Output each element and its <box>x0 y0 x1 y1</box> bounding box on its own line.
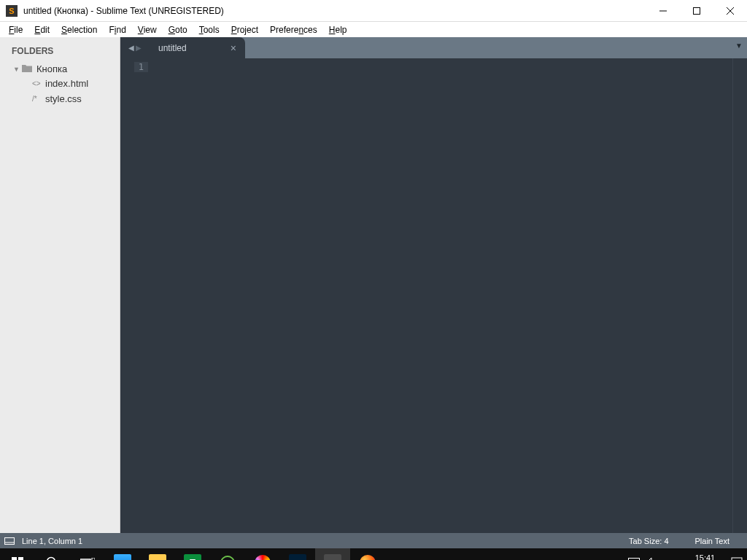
windows-taskbar: E Ps S РУС 15:41 01.10.2018 <box>0 548 747 560</box>
sidebar-header: FOLDERS <box>0 43 120 62</box>
menu-tools[interactable]: Tools <box>193 25 225 35</box>
taskbar-app-sublime[interactable]: S <box>315 548 350 560</box>
tray-volume-icon[interactable] <box>646 557 657 560</box>
menu-project[interactable]: Project <box>225 25 264 35</box>
tab-overflow-icon[interactable]: ▼ <box>735 42 743 50</box>
tray-notifications-icon[interactable] <box>731 557 743 560</box>
status-syntax[interactable]: Plain Text <box>682 537 743 545</box>
window-title: untitled (Кнопка) - Sublime Text (UNREGI… <box>23 6 646 16</box>
sidebar-folder[interactable]: ▼ Кнопка <box>0 62 120 76</box>
search-button[interactable] <box>35 548 70 560</box>
tab-prev-icon[interactable]: ◀ <box>128 44 134 52</box>
css-file-icon: /* <box>32 95 45 103</box>
menu-selection[interactable]: Selection <box>55 25 103 35</box>
menu-file[interactable]: File <box>3 25 28 35</box>
menu-preferences[interactable]: Preferences <box>264 25 323 35</box>
folder-label: Кнопка <box>36 63 67 74</box>
maximize-button[interactable] <box>680 0 713 22</box>
file-label: index.html <box>45 78 88 89</box>
menu-find[interactable]: Find <box>103 25 131 35</box>
status-tab-size[interactable]: Tab Size: 4 <box>616 537 681 545</box>
statusbar: Line 1, Column 1 Tab Size: 4 Plain Text <box>0 533 747 548</box>
line-number: 1 <box>134 62 148 72</box>
menu-edit[interactable]: Edit <box>28 25 55 35</box>
status-position[interactable]: Line 1, Column 1 <box>18 537 616 545</box>
tab-next-icon[interactable]: ▶ <box>136 44 142 52</box>
window-titlebar: S untitled (Кнопка) - Sublime Text (UNRE… <box>0 0 747 22</box>
editor-area: ◀ ▶ untitled × ▼ 1 <box>120 37 747 533</box>
taskbar-app-desktop[interactable] <box>105 548 140 560</box>
menubar: File Edit Selection Find View Goto Tools… <box>0 22 747 37</box>
tabbar: ◀ ▶ untitled × ▼ <box>120 37 747 58</box>
tab-label: untitled <box>158 43 187 53</box>
tab-nav-arrows: ◀ ▶ <box>120 37 150 58</box>
sidebar: FOLDERS ▼ Кнопка <> index.html /* style.… <box>0 37 120 533</box>
svg-rect-1 <box>694 7 700 14</box>
svg-point-10 <box>47 558 55 561</box>
menu-goto[interactable]: Goto <box>163 25 193 35</box>
svg-rect-7 <box>18 557 23 560</box>
sidebar-file-style[interactable]: /* style.css <box>0 91 120 106</box>
panel-switcher-icon[interactable] <box>4 537 18 545</box>
main-area: FOLDERS ▼ Кнопка <> index.html /* style.… <box>0 37 747 533</box>
sublime-icon: S <box>6 5 18 17</box>
start-button[interactable] <box>0 548 35 560</box>
close-button[interactable] <box>713 0 747 22</box>
code-area[interactable] <box>152 58 732 533</box>
tray-time: 15:41 <box>685 553 725 560</box>
tab-close-icon[interactable]: × <box>231 42 236 54</box>
menu-help[interactable]: Help <box>323 25 353 35</box>
html-file-icon: <> <box>32 79 45 88</box>
menu-view[interactable]: View <box>132 25 163 35</box>
minimize-button[interactable] <box>646 0 680 22</box>
taskbar-app-explorer[interactable] <box>140 548 175 560</box>
taskbar-app-atom[interactable] <box>210 548 245 560</box>
taskbar-app-rainbow[interactable] <box>245 548 280 560</box>
file-label: style.css <box>45 93 82 104</box>
svg-rect-4 <box>5 537 15 544</box>
sidebar-file-index[interactable]: <> index.html <box>0 76 120 91</box>
taskbar-app-photoshop[interactable]: Ps <box>280 548 315 560</box>
system-tray: РУС 15:41 01.10.2018 <box>615 553 747 560</box>
taskbar-app-green[interactable]: E <box>175 548 210 560</box>
gutter: 1 <box>120 58 152 533</box>
svg-rect-6 <box>12 557 17 560</box>
task-view-button[interactable] <box>70 548 105 560</box>
minimap[interactable] <box>732 58 747 533</box>
caret-down-icon: ▼ <box>13 66 20 73</box>
folder-icon <box>22 63 32 74</box>
tab-untitled[interactable]: untitled × <box>150 37 245 58</box>
editor-body: 1 <box>120 58 747 533</box>
tray-clock[interactable]: 15:41 01.10.2018 <box>685 553 725 560</box>
taskbar-app-firefox[interactable] <box>350 548 385 560</box>
